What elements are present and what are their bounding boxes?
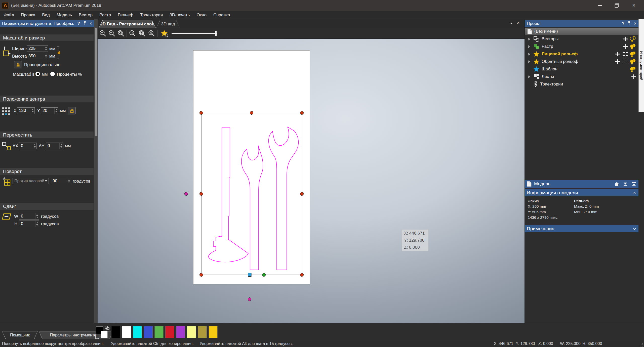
- pin-icon[interactable]: [83, 21, 87, 26]
- rotate-direction-dropdown[interactable]: Против часовой: [13, 178, 49, 184]
- add-relief-layer-button[interactable]: [615, 58, 620, 65]
- anchor-grid-icon[interactable]: [2, 107, 11, 116]
- add-relief-from-file-button[interactable]: [622, 58, 628, 65]
- tree-item-front-relief[interactable]: Лицевой рельеф: [525, 50, 638, 58]
- menu-view[interactable]: Вид: [42, 13, 50, 18]
- canvas-2d-view[interactable]: [98, 39, 525, 323]
- menu-model[interactable]: Модель: [57, 13, 72, 18]
- palette-swatch[interactable]: [176, 326, 185, 338]
- tab-list-dropdown-icon[interactable]: [510, 22, 513, 25]
- rotate-angle-spinner[interactable]: [67, 178, 71, 184]
- shear-w-input[interactable]: 0: [19, 213, 39, 220]
- menu-toolpath[interactable]: Траектория: [140, 13, 163, 18]
- zoom-window-icon[interactable]: [138, 30, 146, 37]
- palette-swatch[interactable]: [122, 326, 131, 338]
- background-color-chip[interactable]: [101, 331, 108, 338]
- zoom-previous-icon[interactable]: [117, 30, 125, 37]
- add-raster-layer-button[interactable]: [623, 43, 628, 50]
- close-panel-icon[interactable]: ×: [90, 21, 92, 26]
- center-lock-button[interactable]: [68, 107, 76, 114]
- back-relief-visibility-toggle[interactable]: [629, 58, 636, 65]
- resize-grip[interactable]: [640, 343, 643, 346]
- close-view-icon[interactable]: ×: [517, 20, 520, 26]
- add-vector-layer-button[interactable]: [623, 35, 628, 43]
- tree-item-toolpaths[interactable]: Траектории: [525, 80, 638, 88]
- rotate-angle-input[interactable]: 90: [51, 178, 71, 184]
- palette-swatch[interactable]: [165, 326, 174, 338]
- menu-file[interactable]: Файл: [4, 13, 14, 18]
- dx-input[interactable]: 0: [19, 143, 37, 149]
- swap-colors-icon[interactable]: [105, 326, 110, 330]
- center-y-input[interactable]: 20: [41, 107, 58, 114]
- zoom-in-icon[interactable]: [99, 30, 107, 37]
- radio-percent[interactable]: [50, 72, 55, 76]
- tree-item-sheets[interactable]: Листы: [525, 73, 638, 80]
- tab-3d-view[interactable]: 3D вид: [156, 20, 180, 28]
- home-icon[interactable]: [614, 182, 619, 186]
- proportional-lock-button[interactable]: [14, 61, 22, 68]
- tree-item-template[interactable]: Шаблон: [525, 65, 638, 73]
- palette-swatch[interactable]: [144, 326, 153, 338]
- send-to-top-icon[interactable]: [631, 182, 636, 186]
- dy-spinner[interactable]: [59, 143, 63, 149]
- project-root-item[interactable]: (Без имени): [525, 28, 638, 35]
- restore-button[interactable]: [611, 0, 623, 11]
- model-info-header[interactable]: Информация о модели: [525, 189, 638, 196]
- tree-item-vectors[interactable]: Векторы: [525, 35, 638, 43]
- add-relief-layer-button[interactable]: [615, 50, 620, 58]
- menu-vector[interactable]: Вектор: [79, 13, 93, 18]
- menu-raster[interactable]: Растр: [99, 13, 111, 18]
- shear-h-spinner[interactable]: [35, 221, 39, 227]
- center-x-input[interactable]: 130: [17, 107, 35, 114]
- center-y-spinner[interactable]: [54, 108, 58, 114]
- palette-swatch[interactable]: [187, 326, 196, 338]
- minimize-button[interactable]: [594, 0, 606, 11]
- menu-3dprint[interactable]: 3D-печать: [170, 13, 190, 18]
- height-spinner[interactable]: [44, 53, 48, 59]
- left-panel-scrollbar[interactable]: [94, 19, 98, 323]
- shear-w-spinner[interactable]: [35, 213, 39, 219]
- expander-icon[interactable]: [528, 38, 531, 40]
- shear-h-input[interactable]: 0: [19, 221, 39, 227]
- zoom-fit-icon[interactable]: [148, 30, 155, 37]
- expander-icon[interactable]: [528, 75, 531, 78]
- close-button[interactable]: ×: [628, 0, 640, 11]
- palette-swatch[interactable]: [111, 326, 120, 338]
- pin-icon[interactable]: [627, 21, 631, 26]
- palette-swatch[interactable]: [133, 326, 142, 338]
- expander-icon[interactable]: [528, 53, 531, 56]
- help-icon[interactable]: ?: [77, 21, 80, 26]
- menu-edit[interactable]: Правка: [21, 13, 35, 18]
- send-to-bottom-icon[interactable]: [623, 182, 628, 186]
- add-sheet-button[interactable]: [631, 73, 636, 80]
- expander-icon[interactable]: [528, 60, 531, 63]
- zoom-out-icon[interactable]: [108, 30, 116, 37]
- tree-item-raster[interactable]: Растр: [525, 43, 638, 50]
- center-x-spinner[interactable]: [31, 108, 34, 114]
- tab-assistant[interactable]: Помощник: [2, 331, 38, 339]
- menu-help[interactable]: Справка: [213, 13, 230, 18]
- palette-swatch[interactable]: [198, 326, 207, 338]
- menu-relief[interactable]: Рельеф: [118, 13, 133, 18]
- vectors-visibility-toggle[interactable]: [629, 35, 636, 43]
- menu-window[interactable]: Окно: [196, 13, 207, 18]
- zoom-actual-size-icon[interactable]: 1:1: [129, 30, 136, 37]
- width-spinner[interactable]: [44, 46, 48, 52]
- zoom-slider-handle[interactable]: [215, 31, 217, 36]
- palette-swatch[interactable]: [154, 326, 164, 338]
- tree-item-back-relief[interactable]: Обратный рельеф: [525, 58, 638, 65]
- toolbox-tab[interactable]: Инструментарий: [638, 19, 644, 112]
- dy-input[interactable]: 0: [46, 143, 63, 149]
- width-input[interactable]: 225: [27, 45, 48, 52]
- close-panel-icon[interactable]: ×: [634, 21, 636, 26]
- height-input[interactable]: 350: [27, 53, 48, 59]
- front-relief-visibility-toggle[interactable]: [629, 50, 636, 58]
- tab-2d-view[interactable]: 2D Вид - Растровый слой: [99, 20, 156, 28]
- zoom-favorites-icon[interactable]: [160, 30, 169, 37]
- default-colors-icon[interactable]: [95, 335, 100, 340]
- expander-icon[interactable]: [528, 45, 531, 48]
- dx-spinner[interactable]: [33, 143, 36, 149]
- scrollbar-thumb[interactable]: [95, 28, 97, 136]
- notes-header[interactable]: Примечания: [525, 225, 638, 232]
- raster-visibility-toggle[interactable]: [629, 43, 636, 50]
